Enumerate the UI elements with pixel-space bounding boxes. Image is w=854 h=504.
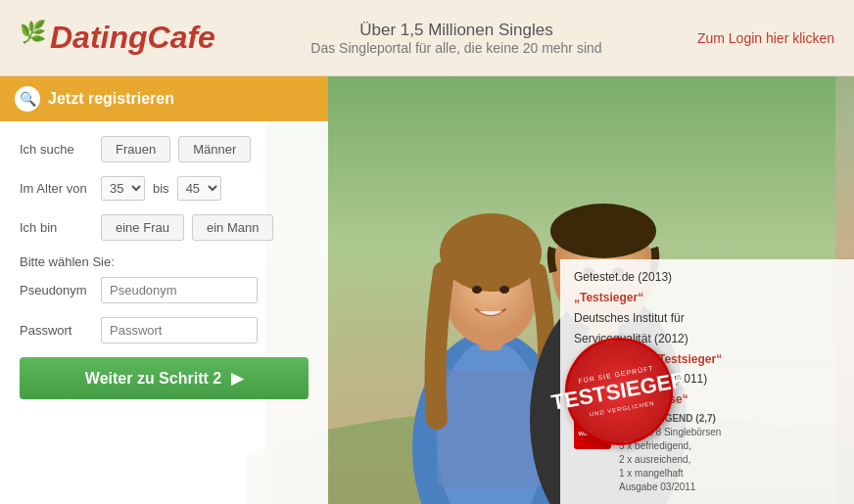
ich-bin-label: Ich bin xyxy=(20,220,93,235)
tagline-sub: Das Singleportal für alle, die keine 20 … xyxy=(215,40,697,56)
ich-suche-row: Ich suche Frauen Männer xyxy=(20,136,308,162)
age-from-select[interactable]: 35 25 30 40 45 50 xyxy=(101,176,145,201)
age-to-select[interactable]: 45 30 35 40 50 55 xyxy=(177,176,221,201)
pseudonym-row: Pseudonym xyxy=(20,277,308,303)
logo[interactable]: DatingCafe xyxy=(50,20,215,56)
svg-rect-4 xyxy=(437,370,545,487)
passwort-label: Passwort xyxy=(20,323,93,338)
svg-point-8 xyxy=(472,286,482,294)
submit-button[interactable]: Weiter zu Schritt 2 ▶ xyxy=(20,357,308,399)
header: 🌿 DatingCafe Über 1,5 Millionen Singles … xyxy=(0,0,854,76)
ich-bin-row: Ich bin eine Frau ein Mann xyxy=(20,214,308,241)
testsieger-badge: FÜR SIE GEPRÜFT TESTSIEGER UND VERGLICHE… xyxy=(565,338,673,445)
reg-form: Ich suche Frauen Männer Im Alter von 35 … xyxy=(0,121,328,414)
tagline-main: Über 1,5 Millionen Singles xyxy=(215,21,697,40)
pseudonym-input[interactable] xyxy=(101,277,258,303)
bis-label: bis xyxy=(153,181,169,196)
passwort-row: Passwort xyxy=(20,317,308,344)
passwort-input[interactable] xyxy=(101,317,258,344)
submit-label: Weiter zu Schritt 2 xyxy=(85,370,221,388)
logo-area: 🌿 DatingCafe xyxy=(20,20,215,56)
info-line-2: „Testsieger“ xyxy=(574,290,840,306)
eine-frau-button[interactable]: eine Frau xyxy=(101,214,184,241)
logo-leaves-icon: 🌿 xyxy=(20,20,46,45)
reg-header: 🔍 Jetzt registrieren xyxy=(0,76,328,121)
registration-panel: 🔍 Jetzt registrieren Ich suche Frauen Mä… xyxy=(0,76,328,504)
info-line-3: Deutsches Institut für xyxy=(574,310,840,327)
badge-circle: FÜR SIE GEPRÜFT TESTSIEGER UND VERGLICHE… xyxy=(556,329,681,453)
arrow-right-icon: ▶ xyxy=(231,369,243,388)
svg-point-7 xyxy=(440,213,542,292)
alter-label: Im Alter von xyxy=(20,181,93,196)
info-line-1: Getestet.de (2013) xyxy=(574,269,840,286)
frauen-button[interactable]: Frauen xyxy=(101,136,170,162)
ein-mann-button[interactable]: ein Mann xyxy=(192,214,273,241)
choose-label: Bitte wählen Sie: xyxy=(20,254,115,269)
maenner-button[interactable]: Männer xyxy=(178,136,251,162)
header-tagline: Über 1,5 Millionen Singles Das Singlepor… xyxy=(215,21,697,56)
logo-dating: Dating xyxy=(50,20,148,55)
search-icon: 🔍 xyxy=(15,86,40,112)
reg-title: Jetzt registrieren xyxy=(48,90,174,108)
login-link[interactable]: Zum Login hier klicken xyxy=(697,30,834,46)
logo-cafe: Cafe xyxy=(148,20,215,55)
svg-point-14 xyxy=(550,204,656,258)
ich-suche-label: Ich suche xyxy=(20,142,93,157)
pseudonym-label: Pseudonym xyxy=(20,283,93,298)
main-content: 🔍 Jetzt registrieren Ich suche Frauen Mä… xyxy=(0,76,854,504)
alter-row: Im Alter von 35 25 30 40 45 50 bis 45 30… xyxy=(20,176,308,201)
svg-point-9 xyxy=(499,286,509,294)
